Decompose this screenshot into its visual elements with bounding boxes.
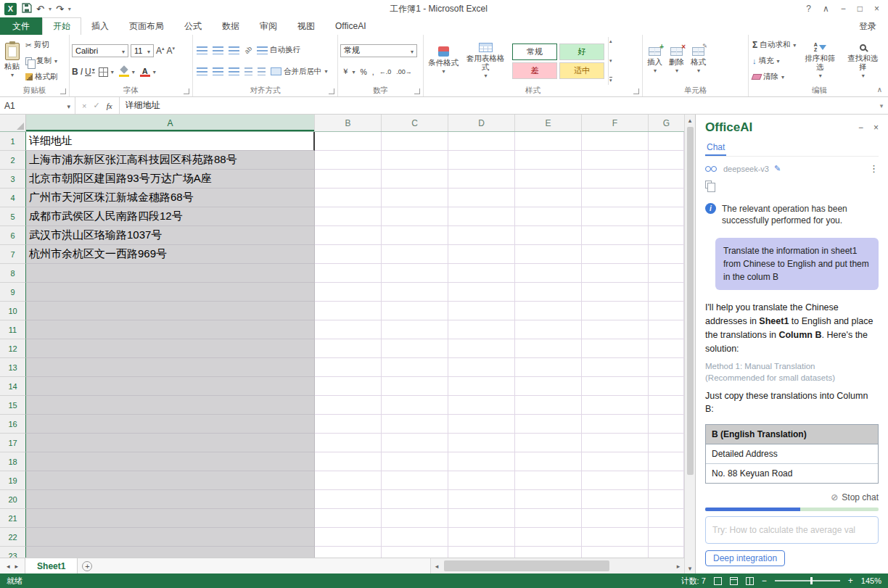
fill-button[interactable]: ↓填充 [751,55,797,67]
paste-button[interactable]: 粘贴 [2,37,22,85]
column-header-A[interactable]: A [26,115,315,131]
cell-G8[interactable] [649,264,684,283]
cell-B10[interactable] [315,302,382,320]
column-header-D[interactable]: D [448,115,515,131]
undo-icon[interactable]: ↶ [36,4,44,15]
tab-file[interactable]: 文件 [0,17,42,35]
accounting-format-button[interactable]: ￥ [340,66,357,78]
cell-F22[interactable] [582,528,649,547]
cell-F15[interactable] [582,396,649,415]
cell-A2[interactable]: 上海市浦东新区张江高科技园区科苑路88号 [26,151,315,170]
cell-E5[interactable] [515,207,582,226]
cell-D1[interactable] [448,132,515,151]
cell-G16[interactable] [649,415,684,434]
cell-D2[interactable] [448,151,515,170]
cell-E20[interactable] [515,490,582,509]
cell-E8[interactable] [515,264,582,283]
cell-B11[interactable] [315,320,382,339]
cell-B8[interactable] [315,264,382,283]
excel-logo-icon[interactable]: X [4,3,17,15]
decrease-decimal-button[interactable]: .00→ [395,67,414,76]
vertical-scrollbar[interactable]: ▴ ▾ [684,115,695,573]
cell-E4[interactable] [515,189,582,207]
column-header-F[interactable]: F [582,115,649,131]
collapse-ribbon-icon[interactable]: ∧ [877,86,882,94]
cell-A20[interactable] [26,490,315,509]
cell-F3[interactable] [582,170,649,189]
row-header-10[interactable]: 10 [0,302,26,320]
cell-G2[interactable] [649,151,684,170]
sort-filter-button[interactable]: AZ 排序和筛选 [799,37,840,85]
ribbon-display-options-icon[interactable]: ∧ [823,4,829,14]
cell-E19[interactable] [515,471,582,490]
login-button[interactable]: 登录 [847,17,888,35]
qat-customize-icon[interactable]: ▾ [68,6,71,12]
gallery-down-icon[interactable]: ▾ [609,58,612,64]
bold-button[interactable]: B [72,67,78,77]
vertical-scroll-thumb[interactable] [687,127,694,475]
row-header-13[interactable]: 13 [0,358,26,377]
cell-C9[interactable] [382,283,448,302]
cell-D3[interactable] [448,170,515,189]
cell-C10[interactable] [382,302,448,320]
cell-E10[interactable] [515,302,582,320]
column-header-B[interactable]: B [315,115,382,131]
zoom-slider-knob[interactable] [810,577,813,584]
font-size-select[interactable]: 11 [131,44,154,57]
maximize-icon[interactable]: □ [858,4,863,14]
row-header-22[interactable]: 22 [0,528,26,547]
delete-cells-button[interactable]: × 删除 [667,37,686,85]
cell-F6[interactable] [582,226,649,245]
cell-D18[interactable] [448,452,515,471]
save-icon[interactable] [22,3,32,15]
cell-A7[interactable]: 杭州市余杭区文一西路969号 [26,245,315,264]
column-header-E[interactable]: E [515,115,582,131]
stop-chat-button[interactable]: ⊘ Stop chat [705,489,879,506]
cell-C21[interactable] [382,509,448,528]
align-right-button[interactable] [227,67,241,76]
cell-B4[interactable] [315,189,382,207]
cell-C12[interactable] [382,339,448,358]
cell-B20[interactable] [315,490,382,509]
cell-D22[interactable] [448,528,515,547]
row-header-18[interactable]: 18 [0,452,26,471]
cell-C11[interactable] [382,320,448,339]
cell-D8[interactable] [448,264,515,283]
increase-indent-button[interactable] [256,67,267,76]
cancel-icon[interactable]: × [82,102,86,110]
cell-D5[interactable] [448,207,515,226]
insert-function-icon[interactable]: fx [107,102,112,110]
cell-B17[interactable] [315,434,382,452]
tab-home[interactable]: 开始 [42,17,81,35]
cell-E9[interactable] [515,283,582,302]
cell-A4[interactable]: 广州市天河区珠江新城金穗路68号 [26,189,315,207]
format-cells-button[interactable]: ✎ 格式 [688,37,708,85]
cell-G22[interactable] [649,528,684,547]
cell-F19[interactable] [582,471,649,490]
cell-F17[interactable] [582,434,649,452]
cell-D12[interactable] [448,339,515,358]
cell-C19[interactable] [382,471,448,490]
shrink-font-button[interactable]: A▾ [167,46,176,56]
zoom-level[interactable]: 145% [861,576,881,585]
deep-integration-button[interactable]: Deep integration [705,550,785,566]
cell-A16[interactable] [26,415,315,434]
cell-F9[interactable] [582,283,649,302]
gallery-more-icon[interactable]: ▾ [609,77,612,83]
cell-C2[interactable] [382,151,448,170]
cell-G17[interactable] [649,434,684,452]
cell-E6[interactable] [515,226,582,245]
cell-A13[interactable] [26,358,315,377]
scroll-up-icon[interactable]: ▴ [688,115,692,125]
row-header-12[interactable]: 12 [0,339,26,358]
cell-E14[interactable] [515,377,582,396]
row-header-1[interactable]: 1 [0,132,26,151]
cell-F10[interactable] [582,302,649,320]
tab-chat[interactable]: Chat [705,140,726,156]
styles-dialog-launcher-icon[interactable] [633,88,639,94]
undo-dropdown-icon[interactable]: ▾ [49,6,52,12]
cell-C15[interactable] [382,396,448,415]
cell-G13[interactable] [649,358,684,377]
cell-D9[interactable] [448,283,515,302]
font-color-button[interactable] [139,66,157,78]
